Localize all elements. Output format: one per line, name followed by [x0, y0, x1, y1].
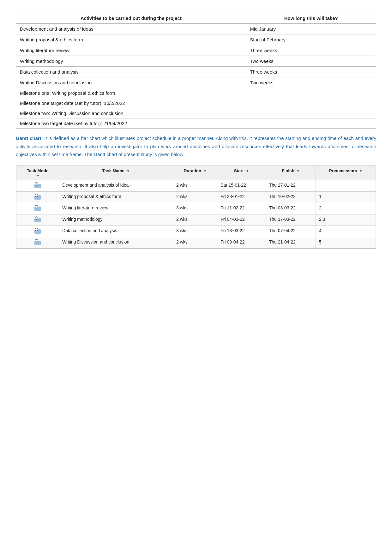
gantt-row: Writing Discussion and conclusion2 wksFr… — [16, 237, 376, 248]
activity-row: Writing methodologyTwo weeks — [16, 56, 376, 67]
gantt-col-header: Task Mode▼ — [16, 166, 59, 180]
task-mode-icon — [34, 229, 41, 234]
task-start-cell: Fri 28-01-22 — [217, 191, 266, 203]
activity-name: Development and analysis of ideas — [16, 24, 246, 34]
activity-row: Development and analysis of ideasMid Jan… — [16, 24, 376, 34]
gantt-wrapper: Task Mode▼Task Name ▼Duration ▼Start ▼Fi… — [16, 166, 376, 249]
activity-duration: Three weeks — [246, 45, 376, 56]
gantt-description: Gantt chart: It is defined as a bar char… — [16, 134, 376, 159]
task-duration-cell: 2 wks — [173, 214, 217, 226]
task-predecessors-cell: 1 — [316, 191, 376, 203]
activity-row: Writing Discussion and conclusionTwo wee… — [16, 77, 376, 88]
task-duration-cell: 2 wks — [173, 237, 217, 248]
gantt-row: Writing proposal & ethics form2 wksFri 2… — [16, 191, 376, 203]
col-sort-arrow[interactable]: ▼ — [246, 169, 249, 173]
task-finish-cell: Thu 21-04-22 — [266, 237, 316, 248]
activity-duration: Two weeks — [246, 77, 376, 88]
task-mode-icon — [34, 207, 41, 211]
gantt-text: It is defined as a bar chart which illus… — [16, 135, 376, 157]
task-name-cell: Writing Discussion and conclusion — [59, 237, 173, 248]
milestone-row: Milestone one: Writing proposal & ethics… — [16, 88, 376, 98]
activity-row: Writing proposal & ethics formStart of F… — [16, 34, 376, 45]
col-header-duration: How long this will take? — [246, 13, 376, 24]
col-sort-arrow[interactable]: ▼ — [37, 174, 40, 178]
task-mode-cell — [16, 203, 59, 214]
task-duration-cell: 2 wks — [173, 191, 217, 203]
task-predecessors-cell: 2,3 — [316, 214, 376, 226]
milestone-text: Milestone one: Writing proposal & ethics… — [16, 88, 376, 98]
milestone-text: Milestone two: Writing Discussion and co… — [16, 108, 376, 118]
task-mode-icon — [34, 184, 41, 188]
gantt-col-header: Predecessors ▼ — [316, 166, 376, 180]
task-start-cell: Fri 04-03-22 — [217, 214, 266, 226]
activities-table: Activities to be carried out during the … — [16, 13, 376, 129]
activity-name: Writing proposal & ethics form — [16, 34, 246, 45]
task-mode-icon — [34, 241, 41, 245]
milestone-row: Milestone two: Writing Discussion and co… — [16, 108, 376, 118]
activity-duration: Mid January — [246, 24, 376, 34]
milestone-row: Milestone one target date (set by tutor)… — [16, 98, 376, 108]
task-finish-cell: Thu 17-03-22 — [266, 214, 316, 226]
activity-row: Writing literature reviewThree weeks — [16, 45, 376, 56]
task-predecessors-cell: 4 — [316, 226, 376, 237]
task-mode-cell — [16, 191, 59, 203]
gantt-row: Development and analysis of idea -2 wksS… — [16, 180, 376, 191]
task-mode-cell — [16, 226, 59, 237]
task-mode-cell — [16, 237, 59, 248]
task-finish-cell: Thu 27-01-22 — [266, 180, 316, 191]
col-sort-arrow[interactable]: ▼ — [203, 169, 207, 173]
task-start-cell: Sat 15-01-22 — [217, 180, 266, 191]
task-start-cell: Fri 11-02-22 — [217, 203, 266, 214]
task-duration-cell: 2 wks — [173, 180, 217, 191]
task-predecessors-cell — [316, 180, 376, 191]
milestone-row: Milestone two target date (set by tutor)… — [16, 118, 376, 129]
task-mode-icon — [34, 218, 41, 222]
task-predecessors-cell: 5 — [316, 237, 376, 248]
task-mode-cell — [16, 214, 59, 226]
task-name-cell: Development and analysis of idea - — [59, 180, 173, 191]
task-name-cell: Writing literature review - — [59, 203, 173, 214]
task-finish-cell: Thu 07-04-22 — [266, 226, 316, 237]
activity-duration: Two weeks — [246, 56, 376, 67]
task-duration-cell: 3 wks — [173, 203, 217, 214]
activity-name: Writing Discussion and conclusion — [16, 77, 246, 88]
task-mode-icon — [34, 195, 41, 200]
task-mode-cell — [16, 180, 59, 191]
milestone-text: Milestone two target date (set by tutor)… — [16, 118, 376, 129]
gantt-row: Writing methodology2 wksFri 04-03-22Thu … — [16, 214, 376, 226]
gantt-col-header: Finish ▼ — [266, 166, 316, 180]
task-start-cell: Fri 08-04-22 — [217, 237, 266, 248]
task-finish-cell: Thu 10-02-22 — [266, 191, 316, 203]
task-duration-cell: 3 wks — [173, 226, 217, 237]
activity-name: Writing methodology — [16, 56, 246, 67]
activity-duration: Three weeks — [246, 67, 376, 77]
milestone-text: Milestone one target date (set by tutor)… — [16, 98, 376, 108]
task-name-cell: Data collection and analysis — [59, 226, 173, 237]
task-finish-cell: Thu 03-03-22 — [266, 203, 316, 214]
gantt-row: Writing literature review -3 wksFri 11-0… — [16, 203, 376, 214]
gantt-col-header: Task Name ▼ — [59, 166, 173, 180]
gantt-row: Data collection and analysis3 wksFri 18-… — [16, 226, 376, 237]
gantt-table: Task Mode▼Task Name ▼Duration ▼Start ▼Fi… — [16, 166, 376, 249]
task-start-cell: Fri 18-03-22 — [217, 226, 266, 237]
task-predecessors-cell: 2 — [316, 203, 376, 214]
gantt-col-header: Duration ▼ — [173, 166, 217, 180]
gantt-col-header: Start ▼ — [217, 166, 266, 180]
col-sort-arrow[interactable]: ▼ — [297, 169, 300, 173]
col-sort-arrow[interactable]: ▼ — [127, 169, 130, 173]
activity-name: Writing literature review — [16, 45, 246, 56]
col-header-activity: Activities to be carried out during the … — [16, 13, 246, 24]
activity-name: Data collection and analysis — [16, 67, 246, 77]
gantt-label: Gantt chart: — [16, 135, 43, 141]
col-sort-arrow[interactable]: ▼ — [359, 169, 362, 173]
task-name-cell: Writing methodology — [59, 214, 173, 226]
task-name-cell: Writing proposal & ethics form — [59, 191, 173, 203]
activity-row: Data collection and analysisThree weeks — [16, 67, 376, 77]
activity-duration: Start of February — [246, 34, 376, 45]
